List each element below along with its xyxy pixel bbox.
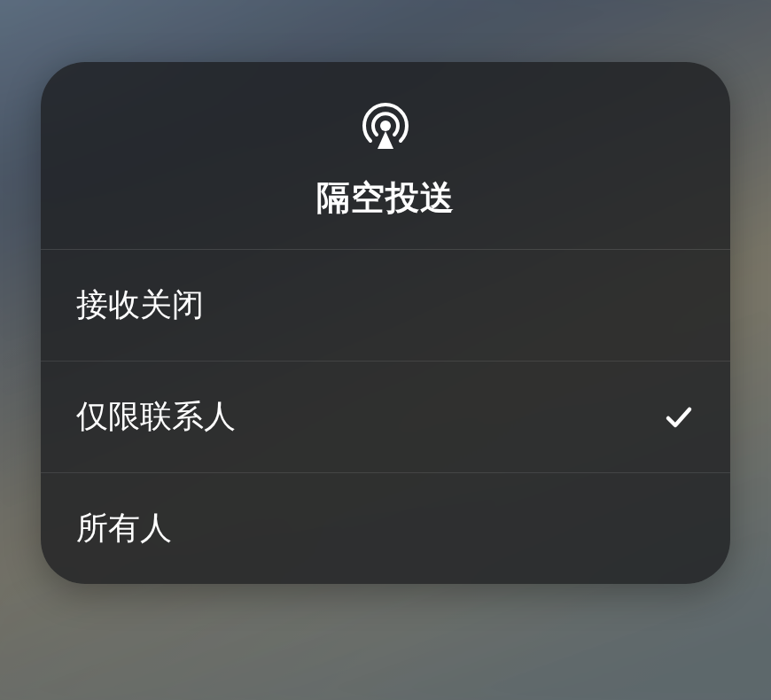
option-everyone[interactable]: 所有人 xyxy=(41,473,730,584)
option-receiving-off[interactable]: 接收关闭 xyxy=(41,250,730,362)
option-list: 接收关闭 仅限联系人 所有人 xyxy=(41,250,730,584)
airdrop-icon xyxy=(357,97,414,154)
option-label: 接收关闭 xyxy=(76,284,204,327)
option-contacts-only[interactable]: 仅限联系人 xyxy=(41,362,730,473)
airdrop-settings-panel: 隔空投送 接收关闭 仅限联系人 所有人 xyxy=(41,62,730,584)
panel-header: 隔空投送 xyxy=(41,62,730,250)
svg-point-0 xyxy=(380,121,391,131)
panel-title: 隔空投送 xyxy=(316,175,455,221)
option-label: 仅限联系人 xyxy=(76,395,236,439)
option-label: 所有人 xyxy=(76,507,172,550)
checkmark-icon xyxy=(663,401,695,433)
